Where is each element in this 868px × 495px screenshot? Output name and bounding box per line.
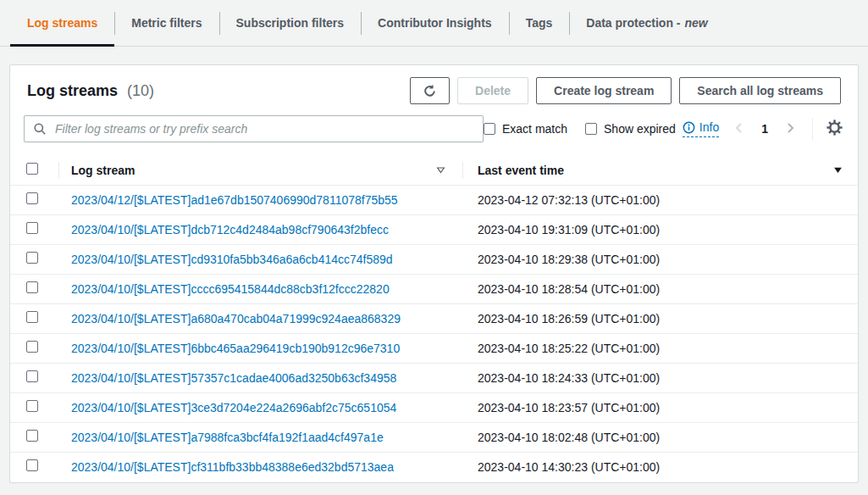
last-event-time: 2023-04-10 14:30:23 (UTC+01:00) bbox=[462, 452, 858, 481]
last-event-time: 2023-04-12 07:32:13 (UTC+01:00) bbox=[462, 185, 858, 214]
tab-metric-filters[interactable]: Metric filters bbox=[114, 0, 218, 46]
filter-controls: Exact match Show expired Info bbox=[484, 118, 844, 140]
exact-match-label: Exact match bbox=[502, 122, 567, 136]
table-row: 2023/04/10/[$LATEST]cf311bfb33bb48388e6e… bbox=[10, 452, 858, 481]
tab-label: Metric filters bbox=[131, 16, 202, 30]
table-row: 2023/04/10/[$LATEST]a7988fca3bcf4fa192f1… bbox=[10, 422, 858, 452]
table-row: 2023/04/10/[$LATEST]cccc695415844dc88cb3… bbox=[10, 274, 858, 303]
refresh-button[interactable] bbox=[410, 77, 450, 104]
show-expired-label: Show expired bbox=[604, 122, 676, 136]
search-box bbox=[24, 115, 484, 142]
row-checkbox[interactable] bbox=[26, 311, 38, 323]
table-row: 2023/04/10/[$LATEST]6bbc465aa296419cb190… bbox=[10, 333, 858, 363]
table-header-row: Log stream Last event time bbox=[10, 156, 858, 185]
select-all-checkbox[interactable] bbox=[26, 163, 38, 175]
log-streams-table: Log stream Last event time bbox=[10, 156, 858, 481]
log-stream-link[interactable]: 2023/04/10/[$LATEST]cccc695415844dc88cb3… bbox=[71, 282, 390, 296]
panel-header: Log streams (10) Delete Create log strea… bbox=[10, 65, 858, 104]
tab-contributor-insights[interactable]: Contributor Insights bbox=[361, 0, 509, 46]
log-stream-link[interactable]: 2023/04/10/[$LATEST]57357c1cadae4006ad32… bbox=[71, 371, 396, 385]
filter-bar: Exact match Show expired Info bbox=[10, 115, 858, 142]
show-expired-info-link[interactable]: Info bbox=[683, 120, 719, 137]
preferences-button[interactable] bbox=[825, 118, 844, 140]
row-checkbox[interactable] bbox=[26, 400, 38, 412]
pagination-divider bbox=[812, 118, 813, 140]
tab-label: Log streams bbox=[27, 16, 97, 30]
tab-data-protection[interactable]: Data protection - new bbox=[569, 0, 724, 46]
log-stream-link[interactable]: 2023/04/10/[$LATEST]cf311bfb33bb48388e6e… bbox=[71, 460, 394, 474]
tab-label: Tags bbox=[526, 16, 553, 30]
pagination: 1 bbox=[731, 118, 844, 140]
exact-match-checkbox[interactable] bbox=[484, 123, 495, 135]
log-stream-link[interactable]: 2023/04/10/[$LATEST]a680a470cab04a71999c… bbox=[71, 312, 401, 325]
chevron-left-icon bbox=[733, 121, 746, 137]
info-icon bbox=[683, 121, 695, 134]
table-body: 2023/04/12/[$LATEST]ad1e67db1507406990d7… bbox=[10, 185, 858, 481]
delete-button[interactable]: Delete bbox=[457, 77, 528, 104]
log-group-tabbar: Log streams Metric filters Subscription … bbox=[0, 0, 868, 47]
chevron-right-icon bbox=[783, 121, 797, 137]
panel-title-text: Log streams bbox=[27, 82, 118, 99]
column-header-last-event-time[interactable]: Last event time bbox=[478, 164, 564, 177]
exact-match-checkbox-group[interactable]: Exact match bbox=[484, 122, 567, 136]
tab-label: Contributor Insights bbox=[378, 16, 492, 30]
last-event-time: 2023-04-10 18:02:48 (UTC+01:00) bbox=[462, 422, 858, 452]
table-row: 2023/04/10/[$LATEST]cd9310fa5bb346a6a6cb… bbox=[10, 244, 858, 274]
tab-tags[interactable]: Tags bbox=[509, 0, 570, 46]
table-row: 2023/04/12/[$LATEST]ad1e67db1507406990d7… bbox=[10, 185, 858, 214]
info-link-label: Info bbox=[699, 120, 719, 134]
row-checkbox[interactable] bbox=[26, 430, 38, 442]
filter-log-streams-input[interactable] bbox=[24, 115, 484, 142]
tab-label: Subscription filters bbox=[236, 16, 345, 30]
row-checkbox[interactable] bbox=[26, 222, 38, 234]
page-title: Log streams (10) bbox=[27, 77, 154, 104]
row-checkbox[interactable] bbox=[26, 370, 38, 382]
last-event-time: 2023-04-10 18:25:22 (UTC+01:00) bbox=[462, 333, 858, 363]
last-event-time: 2023-04-10 18:24:33 (UTC+01:00) bbox=[462, 363, 858, 392]
refresh-icon bbox=[423, 84, 437, 98]
log-stream-link[interactable]: 2023/04/10/[$LATEST]3ce3d7204e224a2696ab… bbox=[71, 401, 396, 414]
row-checkbox[interactable] bbox=[26, 192, 38, 204]
tab-new-badge: new bbox=[685, 16, 708, 30]
search-all-log-streams-button[interactable]: Search all log streams bbox=[679, 77, 841, 104]
table-row: 2023/04/10/[$LATEST]dcb712c4d2484ab98cf7… bbox=[10, 214, 858, 244]
next-page-button[interactable] bbox=[782, 120, 799, 139]
log-stream-link[interactable]: 2023/04/10/[$LATEST]a7988fca3bcf4fa192f1… bbox=[71, 431, 384, 444]
log-streams-panel: Log streams (10) Delete Create log strea… bbox=[9, 64, 859, 483]
create-log-stream-button[interactable]: Create log stream bbox=[536, 77, 672, 104]
last-event-time: 2023-04-10 19:31:09 (UTC+01:00) bbox=[462, 214, 858, 244]
panel-title-count: (10) bbox=[127, 82, 154, 99]
show-expired-checkbox[interactable] bbox=[585, 123, 597, 135]
column-header-log-stream[interactable]: Log stream bbox=[71, 164, 135, 177]
log-stream-link[interactable]: 2023/04/12/[$LATEST]ad1e67db1507406990d7… bbox=[71, 193, 398, 207]
show-expired-checkbox-group[interactable]: Show expired bbox=[585, 122, 676, 136]
tab-subscription-filters[interactable]: Subscription filters bbox=[219, 0, 362, 46]
current-page-number[interactable]: 1 bbox=[761, 122, 768, 136]
last-event-time: 2023-04-10 18:28:54 (UTC+01:00) bbox=[462, 274, 858, 303]
last-event-time: 2023-04-10 18:26:59 (UTC+01:00) bbox=[462, 303, 858, 333]
table-row: 2023/04/10/[$LATEST]3ce3d7204e224a2696ab… bbox=[10, 392, 858, 422]
row-checkbox[interactable] bbox=[26, 281, 38, 293]
gear-icon bbox=[827, 120, 843, 138]
sortable-icon[interactable] bbox=[436, 165, 445, 175]
last-event-time: 2023-04-10 18:29:38 (UTC+01:00) bbox=[462, 244, 858, 274]
row-checkbox[interactable] bbox=[26, 252, 38, 264]
log-stream-link[interactable]: 2023/04/10/[$LATEST]6bbc465aa296419cb190… bbox=[71, 342, 400, 355]
table-row: 2023/04/10/[$LATEST]57357c1cadae4006ad32… bbox=[10, 363, 858, 392]
log-stream-link[interactable]: 2023/04/10/[$LATEST]dcb712c4d2484ab98cf7… bbox=[71, 223, 389, 236]
log-stream-link[interactable]: 2023/04/10/[$LATEST]cd9310fa5bb346a6a6cb… bbox=[71, 253, 393, 266]
row-checkbox[interactable] bbox=[26, 341, 38, 353]
toolbar: Delete Create log stream Search all log … bbox=[410, 77, 841, 104]
sorted-desc-icon[interactable] bbox=[833, 165, 843, 175]
table-row: 2023/04/10/[$LATEST]a680a470cab04a71999c… bbox=[10, 303, 858, 333]
row-checkbox[interactable] bbox=[26, 459, 38, 471]
tab-label: Data protection - bbox=[586, 16, 680, 30]
previous-page-button[interactable] bbox=[731, 120, 748, 139]
last-event-time: 2023-04-10 18:23:57 (UTC+01:00) bbox=[462, 392, 858, 422]
tab-log-streams[interactable]: Log streams bbox=[10, 0, 114, 46]
